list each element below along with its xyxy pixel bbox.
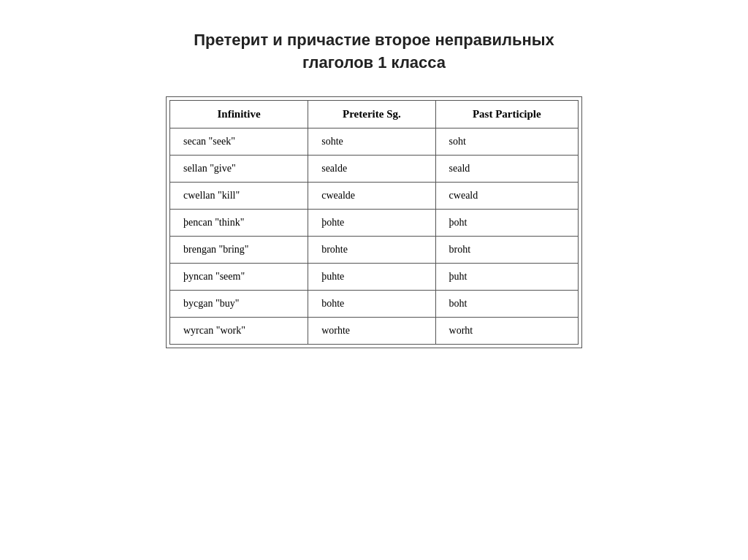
- cell-7-2: worht: [435, 317, 578, 344]
- cell-0-2: soht: [435, 128, 578, 155]
- cell-1-0: sellan "give": [170, 155, 308, 182]
- cell-5-1: þuhte: [308, 263, 435, 290]
- cell-3-1: þohte: [308, 209, 435, 236]
- cell-4-1: brohte: [308, 236, 435, 263]
- cell-1-2: seald: [435, 155, 578, 182]
- verb-table: Infinitive Preterite Sg. Past Participle…: [169, 100, 579, 345]
- table-row: sellan "give"sealdeseald: [170, 155, 579, 182]
- cell-4-0: brengan "bring": [170, 236, 308, 263]
- header-preterite: Preterite Sg.: [308, 100, 435, 128]
- table-row: cwellan "kill"cwealdecweald: [170, 182, 579, 209]
- cell-2-1: cwealde: [308, 182, 435, 209]
- cell-5-2: þuht: [435, 263, 578, 290]
- table-row: wyrcan "work"worhteworht: [170, 317, 579, 344]
- table-row: þencan "think"þohteþoht: [170, 209, 579, 236]
- cell-3-0: þencan "think": [170, 209, 308, 236]
- cell-6-0: bycgan "buy": [170, 290, 308, 317]
- cell-2-2: cweald: [435, 182, 578, 209]
- cell-6-2: boht: [435, 290, 578, 317]
- table-row: secan "seek"sohtesoht: [170, 128, 579, 155]
- cell-7-1: worhte: [308, 317, 435, 344]
- cell-5-0: þyncan "seem": [170, 263, 308, 290]
- cell-1-1: sealde: [308, 155, 435, 182]
- table-row: brengan "bring"brohtebroht: [170, 236, 579, 263]
- table-wrapper: Infinitive Preterite Sg. Past Participle…: [166, 96, 582, 348]
- header-infinitive: Infinitive: [170, 100, 308, 128]
- cell-0-0: secan "seek": [170, 128, 308, 155]
- table-header-row: Infinitive Preterite Sg. Past Participle: [170, 100, 579, 128]
- table-row: bycgan "buy"bohteboht: [170, 290, 579, 317]
- cell-3-2: þoht: [435, 209, 578, 236]
- table-row: þyncan "seem"þuhteþuht: [170, 263, 579, 290]
- header-past-participle: Past Participle: [435, 100, 578, 128]
- cell-2-0: cwellan "kill": [170, 182, 308, 209]
- page-title: Претерит и причастие второе неправильных…: [194, 29, 554, 74]
- cell-4-2: broht: [435, 236, 578, 263]
- cell-6-1: bohte: [308, 290, 435, 317]
- cell-7-0: wyrcan "work": [170, 317, 308, 344]
- cell-0-1: sohte: [308, 128, 435, 155]
